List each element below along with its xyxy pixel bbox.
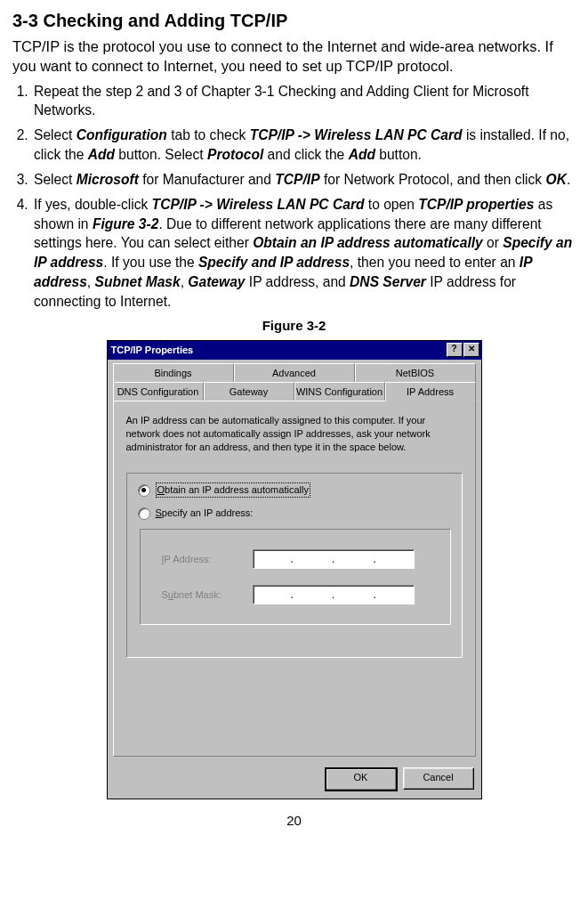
step-4: If yes, double-click TCP/IP -> Wireless …: [32, 195, 576, 312]
titlebar[interactable]: TCP/IP Properties ? ✕: [108, 341, 481, 360]
tab-panel: An IP address can be automatically assig…: [113, 401, 476, 757]
specify-ip-subgroup: IP Address: . . . Subnet Mask: . .: [140, 529, 451, 625]
radio-obtain-ip-label: Obtain an IP address automatically: [156, 482, 310, 498]
radio-obtain-ip[interactable]: [138, 484, 150, 497]
intro-paragraph: TCP/IP is the protocol you use to connec…: [12, 36, 576, 77]
figure-caption: Figure 3-2: [12, 317, 576, 335]
tab-advanced[interactable]: Advanced: [234, 363, 355, 382]
tab-dns-configuration[interactable]: DNS Configuration: [113, 382, 204, 401]
specify-ip-option[interactable]: Specify an IP address:: [138, 507, 451, 520]
radio-specify-ip-label: Specify an IP address:: [156, 507, 254, 520]
step-list: Repeat the step 2 and 3 of Chapter 3-1 C…: [12, 82, 576, 312]
tab-strip: Bindings Advanced NetBIOS DNS Configurat…: [108, 360, 481, 401]
tab-bindings[interactable]: Bindings: [113, 363, 234, 382]
subnet-mask-input[interactable]: . . .: [253, 585, 415, 604]
ip-address-input[interactable]: . . .: [253, 549, 415, 569]
step-3: Select Microsoft for Manufacturer and TC…: [32, 170, 576, 190]
ip-settings-group: Obtain an IP address automatically Speci…: [126, 473, 463, 658]
titlebar-title: TCP/IP Properties: [111, 344, 194, 357]
ok-button[interactable]: OK: [325, 767, 398, 791]
panel-description: An IP address can be automatically assig…: [126, 414, 463, 454]
subnet-mask-label: Subnet Mask:: [162, 588, 253, 602]
page-number: 20: [12, 812, 576, 830]
ip-address-row: IP Address: . . .: [162, 549, 434, 569]
cancel-button[interactable]: Cancel: [403, 767, 474, 790]
section-heading: 3-3 Checking and Adding TCP/IP: [12, 9, 576, 33]
tab-ip-address[interactable]: IP Address: [385, 382, 476, 401]
radio-specify-ip[interactable]: [138, 507, 150, 520]
close-button[interactable]: ✕: [463, 343, 479, 357]
tab-netbios[interactable]: NetBIOS: [355, 363, 476, 382]
help-button[interactable]: ?: [447, 343, 463, 357]
ip-address-label: IP Address:: [162, 553, 253, 566]
tab-gateway[interactable]: Gateway: [204, 382, 294, 401]
obtain-ip-option[interactable]: Obtain an IP address automatically: [138, 482, 451, 498]
tcpip-properties-dialog: TCP/IP Properties ? ✕ Bindings Advanced …: [107, 340, 482, 799]
step-2: Select Configuration tab to check TCP/IP…: [32, 126, 576, 165]
button-bar: OK Cancel: [108, 762, 481, 799]
tab-wins-configuration[interactable]: WINS Configuration: [294, 382, 385, 401]
step-1: Repeat the step 2 and 3 of Chapter 3-1 C…: [32, 82, 576, 121]
subnet-mask-row: Subnet Mask: . . .: [162, 585, 434, 604]
